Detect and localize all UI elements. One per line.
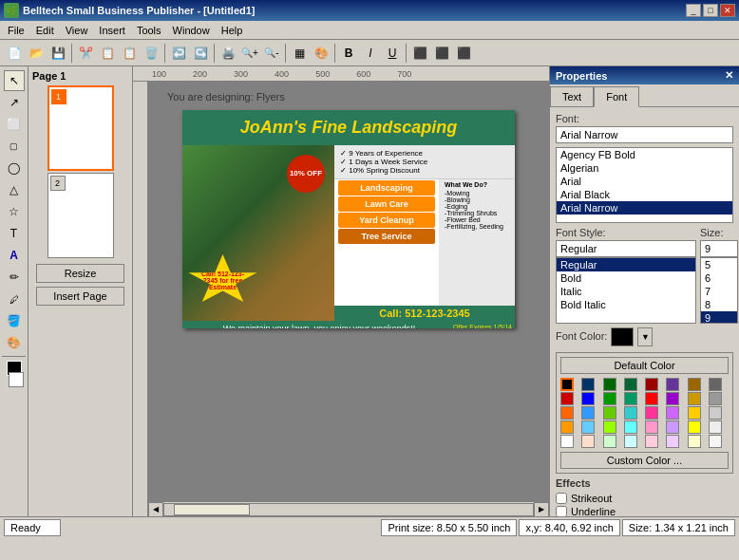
open-button[interactable]: 📂	[26, 43, 47, 64]
size-list[interactable]: 5 6 7 8 9	[700, 257, 738, 324]
size-8[interactable]: 8	[701, 298, 737, 311]
resize-button[interactable]: Resize	[36, 264, 124, 283]
color-darkblue[interactable]	[581, 378, 595, 391]
font-color-swatch[interactable]	[611, 327, 634, 346]
redo-button[interactable]: ↪️	[190, 43, 211, 64]
font-item-arialnarrow[interactable]: Arial Narrow	[557, 201, 732, 215]
canvas-wrapper[interactable]: You are designing: Flyers JoAnn's Fine L…	[148, 82, 549, 516]
color-blue[interactable]	[581, 392, 595, 405]
color-gray[interactable]	[709, 378, 722, 391]
color-brown[interactable]	[688, 378, 701, 391]
color-aqua[interactable]	[624, 406, 637, 420]
insert-page-button[interactable]: Insert Page	[36, 287, 124, 306]
bold-button[interactable]: B	[338, 43, 359, 64]
font-input[interactable]	[556, 126, 733, 143]
color-peach[interactable]	[581, 435, 595, 448]
scroll-right-button[interactable]: ▶	[534, 502, 549, 517]
star-tool[interactable]: ☆	[4, 201, 25, 222]
minimize-button[interactable]: _	[686, 4, 701, 17]
font-color-dropdown[interactable]: ▼	[637, 327, 653, 346]
color-olive[interactable]	[688, 392, 701, 405]
color-lilac[interactable]	[666, 435, 679, 448]
page-thumb-1[interactable]: 1	[47, 85, 114, 171]
paste-button[interactable]: 📋	[119, 43, 140, 64]
color-lightgray[interactable]	[709, 406, 722, 420]
save-button[interactable]: 💾	[47, 43, 68, 64]
size-9[interactable]: 9	[701, 311, 737, 324]
color-cream[interactable]	[688, 435, 701, 448]
align-left-button[interactable]: ⬛	[409, 43, 430, 64]
menu-view[interactable]: View	[60, 23, 94, 38]
color-purple[interactable]	[666, 378, 679, 391]
canvas-area[interactable]: 100 200 300 400 500 600 700 You are desi…	[133, 66, 549, 516]
size-5[interactable]: 5	[701, 258, 737, 271]
undo-button[interactable]: ↩️	[168, 43, 189, 64]
font-item-agencyfb[interactable]: Agency FB Bold	[557, 148, 732, 161]
style-bolditalic[interactable]: Bold Italic	[557, 298, 695, 311]
color-violet[interactable]	[666, 392, 679, 405]
size-7[interactable]: 7	[701, 285, 737, 298]
color-teal[interactable]	[624, 392, 637, 405]
close-button[interactable]: ✕	[720, 4, 735, 17]
text-tool[interactable]: T	[4, 223, 25, 244]
select-tool[interactable]: ↖	[4, 70, 25, 91]
color-periwinkle[interactable]	[666, 420, 679, 434]
copy-button[interactable]: 📋	[97, 43, 118, 64]
color-picker-tool[interactable]: 🎨	[4, 332, 25, 353]
color-hotpink[interactable]	[645, 406, 658, 420]
color-offwhite[interactable]	[709, 420, 722, 434]
maximize-button[interactable]: □	[703, 4, 718, 17]
menu-edit[interactable]: Edit	[30, 23, 60, 38]
color-lavender[interactable]	[666, 406, 679, 420]
grid-button[interactable]: ▦	[289, 43, 310, 64]
style-regular[interactable]: Regular	[557, 258, 695, 271]
color-amber[interactable]	[560, 420, 574, 434]
brush-tool[interactable]: 🖊	[4, 289, 25, 309]
color-orange[interactable]	[560, 406, 574, 420]
size-input[interactable]	[700, 240, 738, 257]
background-color[interactable]	[9, 372, 24, 387]
color-red[interactable]	[560, 392, 574, 405]
rounded-rect-tool[interactable]: ▢	[4, 136, 25, 157]
print-button[interactable]: 🖨️	[218, 43, 238, 64]
size-6[interactable]: 6	[701, 271, 737, 285]
color-white[interactable]	[560, 435, 574, 448]
color-medgray[interactable]	[709, 392, 722, 405]
font-item-arial[interactable]: Arial	[557, 175, 732, 188]
underline-checkbox[interactable]	[556, 506, 567, 516]
hscroll-thumb[interactable]	[174, 504, 250, 515]
color-green[interactable]	[603, 392, 616, 405]
underline-button[interactable]: U	[382, 43, 403, 64]
menu-window[interactable]: Window	[167, 23, 216, 38]
font-list[interactable]: Agency FB Bold Algerian Arial Arial Blac…	[556, 147, 733, 223]
flyer[interactable]: JoAnn's Fine Landscaping 10% OFF Call! 5…	[182, 110, 515, 328]
custom-color-button[interactable]: Custom Color ...	[560, 452, 729, 469]
color-button[interactable]: 🎨	[311, 43, 332, 64]
arrow-tool[interactable]: ↗	[4, 92, 25, 113]
color-pink[interactable]	[645, 420, 658, 434]
cut-button[interactable]: ✂️	[75, 43, 96, 64]
align-center-button[interactable]: ⬛	[431, 43, 452, 64]
properties-close[interactable]: ✕	[725, 69, 733, 82]
ellipse-tool[interactable]: ◯	[4, 158, 25, 178]
italic-button[interactable]: I	[360, 43, 381, 64]
menu-tools[interactable]: Tools	[131, 23, 167, 38]
style-input[interactable]	[556, 240, 696, 257]
pen-tool[interactable]: ✏	[4, 267, 25, 288]
color-gold[interactable]	[688, 406, 701, 420]
page-thumb-2[interactable]: 2	[47, 173, 114, 258]
menu-help[interactable]: Help	[216, 23, 249, 38]
color-brightred[interactable]	[645, 392, 658, 405]
font-item-algerian[interactable]: Algerian	[557, 161, 732, 175]
color-darkgreen[interactable]	[603, 378, 616, 391]
style-list[interactable]: Regular Bold Italic Bold Italic	[556, 257, 696, 324]
tab-text[interactable]: Text	[550, 86, 594, 106]
font-item-arialblack[interactable]: Arial Black	[557, 188, 732, 201]
color-blush[interactable]	[645, 435, 658, 448]
color-ice[interactable]	[624, 435, 637, 448]
default-color-button[interactable]: Default Color	[560, 357, 729, 374]
hscrollbar[interactable]: ◀ ▶	[148, 501, 549, 516]
color-chartreuse[interactable]	[603, 420, 616, 434]
window-controls[interactable]: _ □ ✕	[686, 4, 735, 17]
color-black[interactable]	[560, 378, 574, 391]
